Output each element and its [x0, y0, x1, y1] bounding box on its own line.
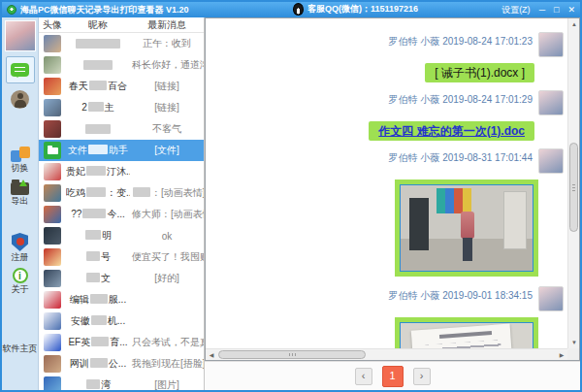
photo-detail: [503, 191, 527, 249]
contact-nickname: 湾: [66, 378, 130, 390]
chat-list-row[interactable]: 正午：收到: [39, 33, 204, 54]
last-message: 修大师：[动画表情]: [130, 208, 204, 221]
switch-user-icon: [11, 147, 30, 162]
visible-text: 安徽: [71, 315, 90, 326]
maximize-button[interactable]: □: [554, 5, 559, 15]
prev-page-button[interactable]: ‹: [355, 368, 372, 385]
chat-list-row[interactable]: 2主[链接]: [39, 97, 204, 118]
message-group: 罗伯特 小薇 2019-08-24 17:01:23[ 诫子书(1).docx …: [389, 32, 564, 90]
visible-text: 湾: [101, 379, 111, 390]
close-button[interactable]: ✕: [567, 5, 575, 15]
chat-list-row[interactable]: 吃鸡：变...：[动画表情]: [39, 182, 204, 204]
message-list: 罗伯特 小薇 2019-08-24 17:01:23[ 诫子书(1).docx …: [206, 18, 567, 348]
sender-avatar: [538, 148, 564, 174]
last-message: 不客气: [130, 122, 204, 136]
visible-text: 号: [101, 251, 111, 262]
chat-list-row[interactable]: 文[好的]: [39, 268, 204, 289]
chat-list-row[interactable]: 号便宜买了！我囤购了...: [39, 246, 204, 268]
visible-text: 育...: [110, 337, 127, 347]
chat-list-row[interactable]: 安徽机...: [39, 310, 204, 332]
redacted-text: [88, 102, 104, 112]
chat-list-row[interactable]: 编辑服...: [39, 289, 204, 310]
contact-avatar: [44, 206, 61, 223]
chat-list-row[interactable]: 明ok: [39, 225, 204, 246]
visible-text: 吃鸡: [66, 187, 85, 198]
contact-avatar: [44, 248, 61, 266]
chat-panel: 罗伯特 小薇 2019-08-24 17:01:23[ 诫子书(1).docx …: [205, 17, 580, 361]
document-link-message[interactable]: 作文四 难忘的第一次(1).doc: [369, 121, 534, 141]
contact-nickname: 吃鸡：变...: [66, 186, 130, 200]
chat-list-row[interactable]: 春天百合[链接]: [39, 76, 204, 97]
chat-list-row[interactable]: EF英育...只会考试，不是真的...: [39, 332, 204, 353]
visible-text: 机...: [108, 315, 125, 326]
sidebar-item-register[interactable]: 注册: [12, 233, 29, 262]
contact-nickname: 号: [66, 250, 130, 264]
message-header: 罗伯特 小薇 2019-08-31 17:01:44: [389, 148, 564, 174]
scroll-left-icon[interactable]: ◀: [206, 349, 217, 361]
redacted-text: [89, 81, 107, 90]
file-message[interactable]: [ 诫子书(1).docx ]: [425, 63, 534, 82]
message-header: 罗伯特 小薇 2019-08-24 17:01:23: [389, 32, 564, 57]
vertical-scroll-thumb[interactable]: [569, 143, 578, 232]
chat-list-row[interactable]: 贵妃汀沐...: [39, 161, 204, 182]
visible-text: 文: [101, 273, 111, 283]
visible-text: 助手: [109, 145, 128, 155]
visible-text: 科长你好，通道津污...: [132, 59, 204, 70]
contact-nickname: [66, 124, 130, 135]
visible-text: 今...: [107, 209, 124, 219]
visible-text: ok: [162, 231, 173, 242]
minimize-button[interactable]: ─: [539, 5, 545, 15]
settings-button[interactable]: 设置(Z): [501, 4, 531, 16]
contact-avatar: [44, 270, 61, 287]
contact-nickname: 文: [66, 272, 130, 285]
chat-list-row[interactable]: ??今...修大师：[动画表情]: [39, 204, 204, 225]
last-message: [链接]: [130, 80, 204, 93]
scroll-up-icon[interactable]: ▲: [568, 18, 580, 30]
page-button-1[interactable]: 1: [382, 366, 404, 387]
header-avatar: 头像: [39, 18, 66, 32]
register-label: 注册: [12, 252, 29, 262]
titlebar: 海晶PC微信聊天记录导出打印查看器 V1.20 客服QQ(微信)：1151197…: [2, 2, 580, 17]
export-folder-icon: [11, 182, 29, 195]
about-info-icon: [13, 268, 28, 283]
visible-text: 公...: [109, 358, 126, 369]
sidebar-item-about[interactable]: 关于: [12, 268, 29, 294]
last-message: 只会考试，不是真的...: [130, 336, 204, 349]
sidebar-item-chats[interactable]: [6, 56, 35, 83]
visible-text: 百合: [108, 81, 127, 91]
support-qq-text: 客服QQ(微信)：1151197216: [307, 3, 418, 16]
message-group: 罗伯特 小薇 2019-09-01 18:34:15: [389, 286, 564, 348]
user-avatar[interactable]: [5, 20, 36, 51]
visible-text: 主: [105, 102, 114, 113]
chat-list-row[interactable]: 文件助手[文件]: [39, 140, 204, 161]
sender-and-time: 罗伯特 小薇 2019-09-01 18:34:15: [389, 289, 533, 303]
contact-avatar: [44, 312, 61, 330]
photo-detail: [436, 188, 471, 213]
visible-text: 春天: [69, 81, 88, 91]
scroll-right-icon[interactable]: ▶: [556, 349, 567, 361]
contact-nickname: EF英育...: [66, 336, 130, 349]
next-page-button[interactable]: ›: [413, 368, 431, 385]
visible-text: ??: [71, 209, 81, 219]
photo-message[interactable]: [395, 180, 538, 277]
visible-text: 不客气: [152, 123, 181, 134]
sidebar-item-switch[interactable]: 切换: [11, 147, 30, 173]
contact-nickname: [66, 39, 130, 49]
chat-list-row[interactable]: 科长你好，通道津污...: [39, 54, 204, 76]
app-logo-icon: [7, 5, 16, 15]
vertical-scrollbar[interactable]: ▲ ▼: [567, 18, 579, 348]
horizontal-scrollbar[interactable]: ◀ ▶: [206, 348, 567, 360]
chat-list-row[interactable]: 网训公...我拖到现在[捂脸]: [39, 353, 204, 375]
scroll-down-icon[interactable]: ▼: [568, 337, 580, 348]
chat-list-row[interactable]: 不客气: [39, 118, 204, 140]
software-homepage-link[interactable]: 软件主页: [3, 343, 38, 355]
contact-nickname: 编辑服...: [66, 293, 130, 307]
horizontal-scroll-thumb[interactable]: [218, 350, 366, 359]
sidebar-item-contacts[interactable]: [6, 85, 35, 113]
titlebar-controls: 设置(Z) ─ □ ✕: [501, 4, 575, 16]
redacted-text: [83, 60, 113, 70]
contact-nickname: 春天百合: [66, 80, 130, 93]
chat-list-row[interactable]: 湾[图片]: [39, 375, 204, 390]
sidebar-item-export[interactable]: 导出: [11, 179, 29, 206]
photo-message[interactable]: [395, 317, 538, 348]
